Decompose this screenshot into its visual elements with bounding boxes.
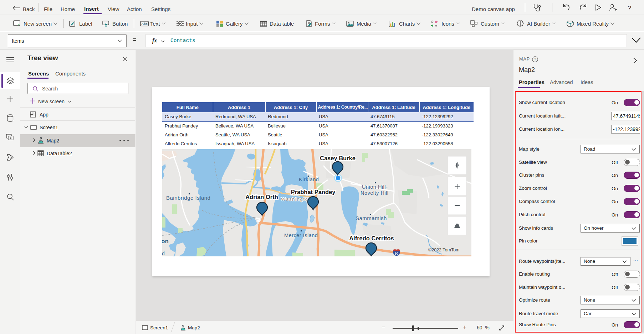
svg-text:?: ? [534, 57, 536, 61]
svg-text:on: on [162, 238, 169, 245]
svg-text:Adrian Orth: Adrian Orth [245, 194, 278, 200]
svg-text:Sammamish: Sammamish [356, 215, 387, 221]
svg-text:Washington: Washington [281, 197, 312, 202]
svg-text:Prabhat Pandey: Prabhat Pandey [291, 189, 336, 195]
svg-text:Novelty Hill: Novelty Hill [361, 190, 389, 196]
svg-text:Abc: Abc [141, 22, 147, 26]
svg-text:Union Hill-: Union Hill- [362, 184, 388, 190]
svg-text:Alfredo Cerritos: Alfredo Cerritos [349, 235, 394, 241]
svg-text:d: d [162, 251, 165, 256]
svg-text:Casey Burke: Casey Burke [320, 155, 356, 161]
svg-text:Mercer Island: Mercer Island [284, 233, 318, 238]
svg-text:90: 90 [395, 252, 398, 255]
svg-text:Kirkland: Kirkland [299, 177, 319, 182]
svg-text:©2022 TomTom: ©2022 TomTom [428, 247, 460, 252]
svg-text:Bainbridge Island: Bainbridge Island [166, 195, 210, 201]
